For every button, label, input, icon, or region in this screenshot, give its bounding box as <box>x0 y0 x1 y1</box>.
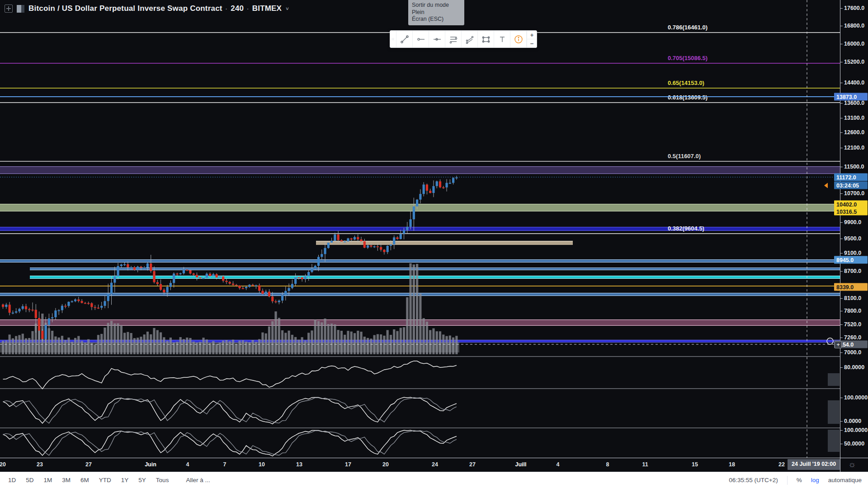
range-button-1m[interactable]: 1M <box>44 477 52 483</box>
price-tick: 12100.0 <box>844 145 864 151</box>
price-tick: 80.0000 <box>844 364 864 371</box>
price-tick: 13600.0 <box>844 100 864 106</box>
time-tick: 11 <box>642 461 648 468</box>
time-tick: 22 <box>778 461 785 468</box>
date-range-buttons: 1D5D1M3M6MYTD1Y5YTous <box>8 477 169 483</box>
olive-zone-10400[interactable] <box>0 204 840 211</box>
price-tick: 9900.0 <box>844 219 861 225</box>
crosshair-add-alert-button[interactable]: + <box>835 341 842 348</box>
horizontal-ray-tool-button[interactable] <box>429 31 445 47</box>
price-label-138730: 13873.0 <box>834 93 868 101</box>
horizontal-line-tool-button[interactable] <box>413 31 429 47</box>
drawing-toolbar: ⁞⁞ + − <box>390 30 537 48</box>
countdown-arrow-icon <box>824 183 828 188</box>
toolbar-drag-handle[interactable]: ⁞⁞ <box>390 31 396 47</box>
price-tick: 17600.0 <box>844 5 864 11</box>
price-tick: 8700.0 <box>844 268 861 274</box>
navy-zone-9604[interactable] <box>0 227 840 231</box>
goto-date-button[interactable]: Aller à ... <box>186 477 210 483</box>
fib-label: 0.5(11607.0) <box>668 153 701 160</box>
price-tick: 100.0000 <box>844 427 868 433</box>
price-tick: 12600.0 <box>844 129 864 136</box>
time-tick: 17 <box>345 461 351 468</box>
range-button-5d[interactable]: 5D <box>26 477 33 483</box>
crosshair-date-label: 24 Juill '19 02:00 <box>788 459 840 470</box>
theme-sun-icon[interactable]: ☼ <box>848 460 856 469</box>
compare-add-icon[interactable] <box>5 5 13 13</box>
trend-line-icon <box>400 35 409 44</box>
tooltip-line2: Écran (ESC) <box>412 16 461 23</box>
price-label-032405: 03:24:05 <box>834 182 868 189</box>
interval-label[interactable]: 240 <box>231 4 244 13</box>
range-button-3m[interactable]: 3M <box>62 477 71 483</box>
trading-chart-window: { "header": { "symbol": "Bitcoin / US Do… <box>0 0 868 488</box>
time-tick: 20 <box>382 461 389 468</box>
price-tick: 7520.0 <box>844 321 861 328</box>
price-tick: 8100.0 <box>844 295 861 301</box>
price-tick: 13100.0 <box>844 115 864 121</box>
price-tick: 0.0000 <box>844 418 861 424</box>
time-tick: 27 <box>85 461 92 468</box>
price-axis[interactable]: + 17600.016800.016000.015200.014400.0136… <box>840 0 868 458</box>
percent-scale-button[interactable]: % <box>797 477 802 483</box>
exchange-logo <box>17 5 24 13</box>
price-tick: 9500.0 <box>844 235 861 242</box>
trend-line-tool-button[interactable] <box>396 31 413 47</box>
price-tick: 16800.0 <box>844 23 864 29</box>
log-scale-button[interactable]: log <box>811 477 819 483</box>
range-button-6m[interactable]: 6M <box>80 477 89 483</box>
price-tick: 7800.0 <box>844 308 861 314</box>
pane-control-box[interactable] <box>828 373 840 386</box>
fib-label: 0.65(14153.0) <box>668 80 704 86</box>
text-tool-button[interactable] <box>494 31 510 47</box>
divider <box>787 476 788 485</box>
bottom-toolbar: 1D5D1M3M6MYTD1Y5YTous Aller à ... 06:35:… <box>0 472 868 488</box>
price-tick: 7000.0 <box>844 349 861 356</box>
pane-control-box[interactable] <box>828 430 840 452</box>
time-tick: 24 <box>432 461 438 468</box>
time-tick: 8 <box>606 461 609 468</box>
time-tick: 23 <box>37 461 43 468</box>
horizontal-line-icon <box>416 35 425 44</box>
time-tick: 4 <box>557 461 560 468</box>
price-tick: 15200.0 <box>844 59 864 65</box>
indicator-line <box>3 430 457 456</box>
rectangle-tool-button[interactable] <box>478 31 494 47</box>
clock-label[interactable]: 06:35:55 (UTC+2) <box>729 477 778 483</box>
time-axis[interactable]: 24 Juill '19 02:00 ☼ 202327Juin471013172… <box>0 458 868 472</box>
time-tick: Juill <box>515 461 526 468</box>
tooltip-line1: Sortir du mode Plein <box>412 2 461 16</box>
range-button-tous[interactable]: Tous <box>156 477 169 483</box>
pitchfork-tool-button[interactable] <box>462 31 478 47</box>
symbol-header: Bitcoin / US Dollar Perpetual Inverse Sw… <box>5 3 289 14</box>
info-button[interactable] <box>510 31 527 47</box>
range-button-1d[interactable]: 1D <box>8 477 16 483</box>
chart-plot-area[interactable]: 0.786(16461.0)0.705(15086.5)0.65(14153.0… <box>0 0 840 458</box>
bottom-right-controls: 06:35:55 (UTC+2) % log automatique <box>729 476 862 485</box>
minus-button[interactable]: − <box>527 39 537 47</box>
pane-control-box[interactable] <box>828 400 840 424</box>
fib-label: 0.618(13609.5) <box>668 94 708 101</box>
tan-resistance-box[interactable] <box>316 241 573 245</box>
time-tick: 18 <box>729 461 735 468</box>
fib-retracement-tool-button[interactable] <box>445 31 462 47</box>
symbol-name: Bitcoin / US Dollar Perpetual Inverse Sw… <box>28 4 222 13</box>
auto-scale-button[interactable]: automatique <box>828 477 862 483</box>
range-button-ytd[interactable]: YTD <box>99 477 111 483</box>
plus-button[interactable]: + <box>527 31 537 39</box>
price-tick: 9100.0 <box>844 250 861 256</box>
price-label-104020: 10402.0 <box>834 201 868 208</box>
time-tick: Juin <box>145 461 156 468</box>
time-tick: 10 <box>259 461 265 468</box>
text-icon <box>498 35 507 44</box>
fib-label: 0.705(15086.5) <box>668 55 708 61</box>
symbol-title[interactable]: Bitcoin / US Dollar Perpetual Inverse Sw… <box>28 4 289 13</box>
fib-retracement-icon <box>449 35 458 44</box>
indicator-line <box>3 397 457 424</box>
range-button-1y[interactable]: 1Y <box>121 477 129 483</box>
chevron-down-icon[interactable]: ˅ <box>286 6 289 11</box>
purple-zone-11500[interactable] <box>0 166 840 174</box>
fib-label: 0.382(9604.5) <box>668 225 704 232</box>
range-button-5y[interactable]: 5Y <box>138 477 146 483</box>
rectangle-icon <box>481 35 491 44</box>
